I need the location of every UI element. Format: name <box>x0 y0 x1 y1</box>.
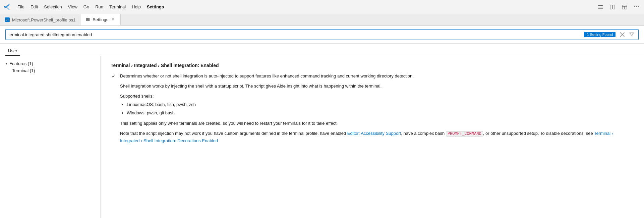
setting-desc4-mid: , have a complex bash <box>401 131 446 136</box>
search-actions <box>618 31 636 39</box>
settings-found-badge: 1 Setting Found <box>584 32 616 37</box>
svg-point-12 <box>87 20 88 21</box>
svg-rect-3 <box>610 5 612 9</box>
menu-lines-icon[interactable] <box>596 2 605 12</box>
menu-settings[interactable]: Settings <box>144 3 167 11</box>
search-input[interactable] <box>8 32 581 37</box>
setting-desc1: Determines whether or not shell integrat… <box>120 73 414 79</box>
svg-rect-1 <box>598 7 603 7</box>
svg-point-10 <box>86 18 87 19</box>
setting-desc4: Note that the script injection may not w… <box>120 130 634 144</box>
menu-edit[interactable]: Edit <box>28 3 41 11</box>
menu-bar: File Edit Selection View Go Run Terminal… <box>15 3 594 11</box>
settings-detail: Terminal › Integrated › Shell Integratio… <box>101 56 644 218</box>
layout-icon[interactable] <box>620 2 629 12</box>
svg-point-11 <box>88 19 89 20</box>
setting-title-normal: Terminal › Integrated › Shell Integratio… <box>111 63 200 68</box>
setting-supported-shells: Supported shells: Linux/macOS: bash, fis… <box>120 93 634 116</box>
setting-title: Terminal › Integrated › Shell Integratio… <box>111 63 634 68</box>
sidebar-features-header[interactable]: ▼ Features (1) <box>3 60 98 67</box>
main-content: User ▼ Features (1) Terminal (1) Termina… <box>0 44 644 218</box>
shells-list: Linux/macOS: bash, fish, pwsh, zsh Windo… <box>127 101 634 117</box>
menu-selection[interactable]: Selection <box>41 3 64 11</box>
tab-powershell[interactable]: PS Microsoft.PowerShell_profile.ps1 <box>0 14 80 25</box>
svg-rect-0 <box>598 5 603 6</box>
menu-go[interactable]: Go <box>81 3 92 11</box>
user-tab[interactable]: User <box>5 46 20 56</box>
sidebar-features-label: Features (1) <box>9 61 33 66</box>
sidebar-features-section: ▼ Features (1) Terminal (1) <box>3 60 98 74</box>
settings-sync-icon <box>85 17 91 22</box>
checkmark-icon: ✓ <box>112 73 116 79</box>
menu-view[interactable]: View <box>65 3 80 11</box>
svg-text:PS: PS <box>6 18 9 22</box>
search-input-wrap: 1 Setting Found <box>5 29 639 40</box>
tab-settings-label: Settings <box>93 17 108 22</box>
menu-terminal[interactable]: Terminal <box>107 3 128 11</box>
ps-icon: PS <box>5 17 10 22</box>
supported-shells-label: Supported shells: <box>120 94 154 99</box>
menu-help[interactable]: Help <box>129 3 143 11</box>
title-bar: File Edit Selection View Go Run Terminal… <box>0 0 644 14</box>
tabs-bar: PS Microsoft.PowerShell_profile.ps1 Sett… <box>0 14 644 26</box>
close-tab-icon[interactable]: ✕ <box>110 17 116 22</box>
content-body: ▼ Features (1) Terminal (1) Terminal › I… <box>0 56 644 218</box>
list-item: Windows: pwsh, git bash <box>127 110 634 117</box>
svg-rect-2 <box>598 8 603 9</box>
tab-settings[interactable]: Settings ✕ <box>80 14 121 25</box>
sidebar-terminal-item[interactable]: Terminal (1) <box>3 67 98 74</box>
editor-accessibility-support-link[interactable]: Editor: Accessibility Support <box>347 131 401 136</box>
setting-checkbox-row: ✓ Determines whether or not shell integr… <box>111 73 634 79</box>
split-editor-icon[interactable] <box>608 2 617 12</box>
user-tab-bar: User <box>0 44 644 56</box>
search-area: 1 Setting Found <box>0 26 644 44</box>
menu-file[interactable]: File <box>15 3 27 11</box>
app-logo <box>3 2 12 12</box>
tab-powershell-label: Microsoft.PowerShell_profile.ps1 <box>12 17 75 22</box>
prompt-command-code: PROMPT_COMMAND <box>446 131 483 137</box>
setting-desc3: This setting applies only when terminals… <box>120 120 634 127</box>
setting-title-bold: Enabled <box>200 63 219 68</box>
title-bar-actions: ··· <box>596 2 641 12</box>
list-item: Linux/macOS: bash, fish, pwsh, zsh <box>127 101 634 108</box>
sidebar: ▼ Features (1) Terminal (1) <box>0 56 101 218</box>
filter-icon[interactable] <box>628 31 636 39</box>
svg-rect-4 <box>613 5 615 9</box>
setting-desc4-mid2: , or other unsupported setup. To disable… <box>483 131 594 136</box>
setting-desc4-pre: Note that the script injection may not w… <box>120 131 347 136</box>
more-actions-icon[interactable]: ··· <box>632 2 641 12</box>
chevron-down-icon: ▼ <box>5 62 8 65</box>
menu-run[interactable]: Run <box>93 3 106 11</box>
setting-desc2: Shell integration works by injecting the… <box>120 83 634 90</box>
clear-filter-icon[interactable] <box>618 31 626 39</box>
setting-checkbox[interactable]: ✓ <box>111 73 117 79</box>
